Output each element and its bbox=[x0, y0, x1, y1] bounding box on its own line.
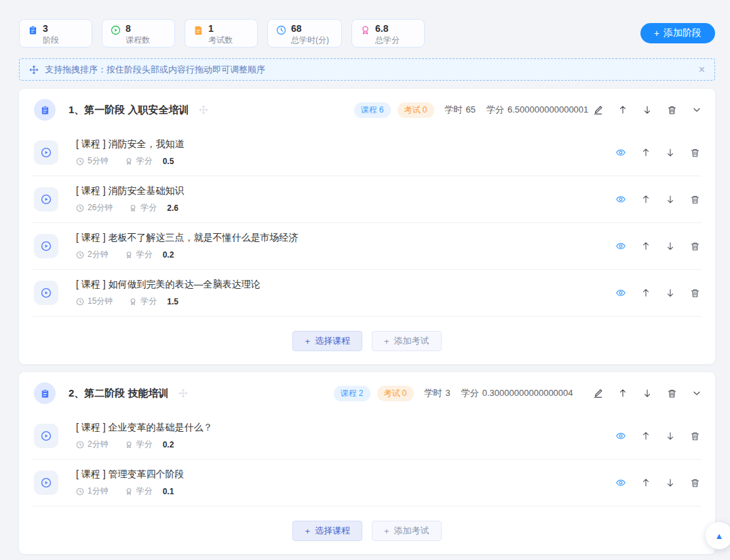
move-up-icon[interactable] bbox=[641, 195, 651, 204]
delete-icon[interactable] bbox=[667, 105, 677, 115]
course-duration: 2分钟 bbox=[88, 249, 109, 260]
course-meta: 26分钟 学分 2.6 bbox=[76, 202, 184, 214]
select-course-label: 选择课程 bbox=[315, 335, 350, 347]
exam-count-badge: 考试 0 bbox=[377, 386, 414, 401]
select-course-button[interactable]: + 选择课程 bbox=[292, 521, 362, 541]
move-down-icon[interactable] bbox=[666, 478, 675, 487]
delete-icon[interactable] bbox=[690, 195, 700, 205]
add-exam-label: 添加考试 bbox=[394, 525, 429, 537]
duration-clock-icon bbox=[76, 441, 84, 449]
duration-clock-icon bbox=[76, 487, 84, 496]
duration-clock-icon bbox=[76, 251, 84, 259]
clock-icon bbox=[276, 25, 286, 35]
course-title: [ 课程 ] 消防安全，我知道 bbox=[76, 138, 184, 151]
preview-eye-icon[interactable] bbox=[615, 431, 626, 441]
course-row[interactable]: [ 课程 ] 老板不了解这三点，就是不懂什么是市场经济 2分钟 学分 0.2 bbox=[33, 223, 702, 270]
course-row[interactable]: [ 课程 ] 如何做到完美的表达—全脑表达理论 15分钟 学分 1.5 bbox=[33, 270, 702, 317]
move-up-icon[interactable] bbox=[618, 388, 628, 398]
add-exam-button[interactable]: + 添加考试 bbox=[372, 331, 442, 351]
move-up-icon[interactable] bbox=[641, 431, 651, 441]
stat-card-total-credits: 6.8 总学分 bbox=[351, 19, 425, 47]
drag-handle-icon[interactable] bbox=[199, 105, 208, 115]
credit-value: 0.5 bbox=[163, 157, 174, 166]
stat-value: 8 bbox=[126, 23, 150, 35]
course-duration: 5分钟 bbox=[88, 155, 109, 167]
preview-eye-icon[interactable] bbox=[615, 287, 626, 298]
stat-label: 总学时(分) bbox=[291, 35, 329, 45]
move-up-icon[interactable] bbox=[641, 241, 651, 251]
banner-text: 支持拖拽排序：按住阶段头部或内容行拖动即可调整顺序 bbox=[45, 64, 265, 76]
add-stage-label: 添加阶段 bbox=[664, 27, 702, 39]
plus-icon: + bbox=[384, 336, 389, 346]
preview-eye-icon[interactable] bbox=[615, 147, 626, 158]
course-row[interactable]: [ 课程 ] 消防安全基础知识 26分钟 学分 2.6 bbox=[33, 176, 702, 223]
move-down-icon[interactable] bbox=[666, 431, 675, 441]
scroll-top-button[interactable]: ▲ bbox=[706, 522, 730, 549]
add-exam-button[interactable]: + 添加考试 bbox=[372, 521, 442, 541]
move-up-icon[interactable] bbox=[618, 105, 628, 115]
move-down-icon[interactable] bbox=[666, 288, 675, 298]
credit-value: 2.6 bbox=[167, 203, 178, 213]
play-circle-icon bbox=[111, 25, 121, 35]
stage-header[interactable]: 2、第二阶段 技能培训 课程 2 考试 0 学时3 学分0.3000000000… bbox=[19, 372, 715, 413]
delete-icon[interactable] bbox=[690, 478, 700, 488]
stat-card-stages: 3 阶段 bbox=[19, 19, 92, 47]
credit-medal-icon bbox=[125, 487, 133, 496]
delete-icon[interactable] bbox=[690, 148, 700, 158]
drag-hint-banner: 支持拖拽排序：按住阶段头部或内容行拖动即可调整顺序 × bbox=[19, 58, 715, 81]
drag-handle-icon[interactable] bbox=[178, 388, 188, 398]
stage-card: 1、第一阶段 入职安全培训 课程 6 考试 0 学时65 学分6.5000000… bbox=[19, 89, 715, 364]
select-course-button[interactable]: + 选择课程 bbox=[292, 331, 362, 351]
course-title: [ 课程 ] 企业变革的基础是什么？ bbox=[76, 422, 212, 434]
delete-icon[interactable] bbox=[690, 288, 700, 298]
move-down-icon[interactable] bbox=[642, 388, 652, 398]
banner-close-icon[interactable]: × bbox=[699, 64, 705, 75]
add-stage-button[interactable]: + 添加阶段 bbox=[640, 23, 715, 43]
play-circle-icon bbox=[34, 140, 58, 165]
stage-card: 2、第二阶段 技能培训 课程 2 考试 0 学时3 学分0.3000000000… bbox=[19, 372, 715, 554]
credit-label: 学分 bbox=[136, 485, 153, 497]
move-down-icon[interactable] bbox=[666, 195, 675, 204]
row-actions bbox=[615, 287, 702, 298]
preview-eye-icon[interactable] bbox=[615, 194, 626, 205]
play-circle-icon bbox=[34, 234, 58, 258]
exam-doc-icon bbox=[193, 25, 204, 35]
plus-icon: + bbox=[384, 526, 389, 536]
select-course-label: 选择课程 bbox=[315, 525, 350, 537]
course-title: [ 课程 ] 消防安全基础知识 bbox=[76, 185, 184, 197]
stage-credit: 学分6.500000000000001 bbox=[486, 104, 588, 116]
credit-label: 学分 bbox=[136, 249, 153, 260]
credit-value: 0.1 bbox=[163, 487, 174, 496]
duration-clock-icon bbox=[76, 157, 84, 165]
course-row[interactable]: [ 课程 ] 企业变革的基础是什么？ 2分钟 学分 0.2 bbox=[33, 413, 702, 460]
move-up-icon[interactable] bbox=[641, 478, 651, 487]
collapse-chevron-icon[interactable] bbox=[692, 388, 702, 398]
preview-eye-icon[interactable] bbox=[615, 477, 626, 488]
delete-icon[interactable] bbox=[690, 241, 700, 252]
delete-icon[interactable] bbox=[667, 388, 677, 399]
stage-header[interactable]: 1、第一阶段 入职安全培训 课程 6 考试 0 学时65 学分6.5000000… bbox=[19, 89, 715, 129]
edit-icon[interactable] bbox=[593, 388, 603, 399]
exam-count-badge: 考试 0 bbox=[398, 102, 434, 118]
course-row[interactable]: [ 课程 ] 消防安全，我知道 5分钟 学分 0.5 bbox=[33, 129, 702, 176]
move-up-icon[interactable] bbox=[641, 148, 651, 157]
stat-label: 课程数 bbox=[126, 35, 150, 45]
collapse-chevron-icon[interactable] bbox=[692, 105, 702, 115]
credit-medal-icon bbox=[129, 204, 137, 212]
move-up-icon[interactable] bbox=[641, 288, 651, 298]
stage-hours: 学时3 bbox=[425, 387, 450, 399]
stat-card-exams: 1 考试数 bbox=[185, 19, 258, 47]
delete-icon[interactable] bbox=[690, 431, 700, 441]
course-meta: 2分钟 学分 0.2 bbox=[76, 439, 212, 450]
play-circle-icon bbox=[34, 424, 58, 448]
move-down-icon[interactable] bbox=[642, 105, 652, 115]
preview-eye-icon[interactable] bbox=[615, 241, 626, 252]
move-down-icon[interactable] bbox=[666, 148, 675, 157]
move-down-icon[interactable] bbox=[666, 241, 675, 251]
edit-icon[interactable] bbox=[593, 105, 603, 115]
credit-value: 0.2 bbox=[163, 250, 174, 260]
clipboard-icon bbox=[28, 25, 38, 35]
course-row[interactable]: [ 课程 ] 管理变革四个阶段 1分钟 学分 0.1 bbox=[33, 460, 702, 506]
credit-label: 学分 bbox=[136, 155, 153, 167]
stat-value: 1 bbox=[208, 23, 233, 35]
